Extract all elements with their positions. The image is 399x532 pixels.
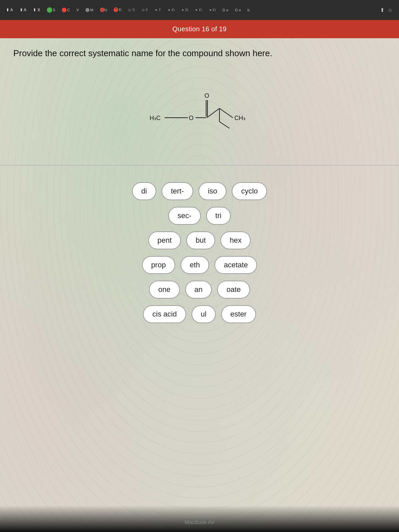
chemical-structure-svg: H₃C O O CH₃	[130, 82, 269, 148]
answer-row-3: pent but hex	[148, 231, 251, 249]
btn-prop[interactable]: prop	[142, 256, 175, 274]
tab-ti1[interactable]: 🅣 Ti	[111, 6, 124, 14]
answer-row-5: one an oate	[149, 281, 250, 299]
btn-one[interactable]: one	[149, 281, 180, 299]
answer-row-1: di tert- iso cyclo	[132, 182, 267, 200]
footer-bar: MacBook Air	[0, 519, 399, 525]
star-icon[interactable]: ☆	[388, 7, 392, 13]
btn-sec[interactable]: sec-	[168, 207, 201, 225]
chemical-structure-area: H₃C O O CH₃	[0, 72, 399, 158]
tab-fi1[interactable]: ✦ Fi	[165, 7, 177, 14]
btn-pent[interactable]: pent	[148, 231, 181, 249]
tab-ti2[interactable]: ⊙ Ti	[125, 7, 138, 14]
tab-m[interactable]: M	[83, 7, 96, 13]
tab-a2[interactable]: ⬆ A	[17, 6, 29, 14]
question-header: Question 16 of 19	[0, 20, 399, 38]
share-icon[interactable]: ⬆	[380, 7, 384, 13]
svg-line-7	[219, 122, 229, 128]
tab-go1[interactable]: G o	[220, 7, 231, 13]
o-double-label: O	[204, 92, 209, 99]
tab-s[interactable]: S	[44, 6, 58, 14]
answer-row-2: sec- tri	[168, 207, 231, 225]
svg-line-5	[219, 108, 233, 118]
h3c-label: H₃C	[150, 115, 161, 121]
answer-row-4: prop eth acetate	[142, 256, 257, 274]
main-content: Question 16 of 19 Provide the correct sy…	[0, 20, 399, 532]
answer-buttons-area: di tert- iso cyclo sec- tri pent but hex…	[0, 172, 399, 333]
btn-cyclo[interactable]: cyclo	[232, 182, 267, 200]
btn-iso[interactable]: iso	[199, 182, 226, 200]
tab-fi2[interactable]: ✦ Fi	[179, 7, 191, 14]
btn-but[interactable]: but	[186, 231, 215, 249]
tab-x[interactable]: ⬆ X	[30, 6, 43, 14]
tab-v[interactable]: V	[74, 7, 81, 13]
tab-p[interactable]: ⊙ P	[139, 7, 151, 14]
ch3-label: CH₃	[234, 115, 245, 121]
btn-hex[interactable]: hex	[220, 231, 251, 249]
btn-di[interactable]: di	[132, 182, 156, 200]
tab-fi3[interactable]: ✦ Fi	[192, 7, 204, 14]
btn-tri[interactable]: tri	[206, 207, 231, 225]
tab-a1[interactable]: ⬆ A	[3, 6, 16, 14]
btn-an[interactable]: an	[185, 281, 212, 299]
btn-cis-acid[interactable]: cis acid	[143, 305, 186, 323]
btn-eth[interactable]: eth	[181, 256, 209, 274]
btn-oate[interactable]: oate	[217, 281, 250, 299]
o-single-label: O	[189, 115, 194, 121]
tab-go2[interactable]: G o	[232, 7, 244, 13]
btn-acetate[interactable]: acetate	[214, 256, 257, 274]
tab-c[interactable]: C	[59, 6, 72, 14]
btn-ul[interactable]: ul	[192, 305, 216, 323]
question-counter: Question 16 of 19	[173, 25, 227, 33]
tab-t[interactable]: ✦ T	[152, 7, 164, 14]
btn-ester[interactable]: ester	[221, 305, 256, 323]
section-divider	[0, 165, 399, 166]
svg-line-4	[207, 108, 219, 118]
bottom-gradient	[0, 505, 399, 532]
btn-tert[interactable]: tert-	[162, 182, 193, 200]
tab-u[interactable]: 🅤 U	[97, 6, 110, 14]
macbook-label: MacBook Air	[185, 519, 214, 525]
tab-fi4[interactable]: ✦ Fi	[206, 7, 218, 14]
browser-tab-bar: ⬆ A ⬆ A ⬆ X S C V M 🅤 U 🅣 Ti ⊙ Ti ⊙ P ✦ …	[0, 0, 399, 20]
answer-row-6: cis acid ul ester	[143, 305, 256, 323]
tab-b[interactable]: b	[245, 7, 252, 13]
question-text: Provide the correct systematic name for …	[0, 38, 399, 65]
